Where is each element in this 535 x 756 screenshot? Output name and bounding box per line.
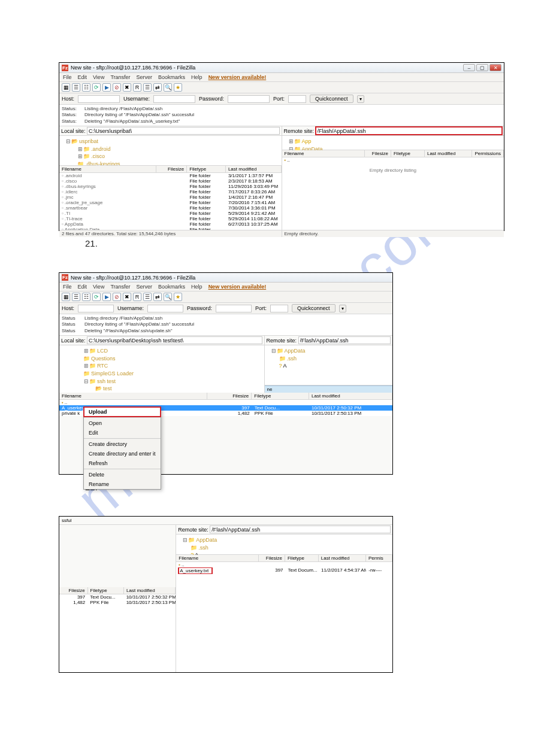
disconnect-icon[interactable]: ✖ (123, 83, 131, 92)
col-permissions[interactable]: Permissions (472, 150, 504, 157)
process-queue-icon[interactable]: ▶ (102, 293, 111, 301)
col-modified[interactable]: Last modified (425, 150, 472, 157)
list-row[interactable]: .dbus-keyringsFile folder11/29/2016 3:03… (59, 184, 282, 189)
compare-icon[interactable]: ⇄ (153, 83, 162, 92)
host-input[interactable] (78, 95, 120, 103)
col-filename[interactable]: Filename (59, 166, 156, 172)
list-row[interactable]: .smartbearFile folder7/30/2014 3:36:01 P… (59, 205, 282, 211)
toggle-log-icon[interactable]: ☰ (72, 293, 80, 301)
port-input[interactable] (270, 305, 288, 312)
parent-dir[interactable]: .. (176, 562, 392, 567)
tree-folder[interactable]: .dbus-keyrings (77, 161, 120, 166)
tree-folder[interactable]: uspribat (71, 138, 98, 144)
ctx-open[interactable]: Open (84, 418, 161, 428)
list-row[interactable]: .ciscoFile folder2/3/2017 8:18:53 AM (59, 178, 282, 184)
col-filetype[interactable]: Filetype (88, 587, 124, 594)
menu-new-version[interactable]: New version available! (208, 284, 267, 290)
remote-path-input[interactable] (210, 526, 391, 533)
col-modified[interactable]: Last modified (319, 555, 366, 561)
col-modified[interactable]: Last modified (309, 393, 392, 399)
col-filesize[interactable]: Filesize (365, 150, 391, 157)
site-manager-icon[interactable]: ▦ (62, 293, 70, 301)
list-row[interactable]: .idlercFile folder7/17/2017 8:33:26 AM (59, 189, 282, 195)
quickconnect-dropdown[interactable]: ▾ (339, 305, 346, 312)
menu-transfer[interactable]: Transfer (110, 284, 130, 290)
ctx-refresh[interactable]: Refresh (84, 459, 161, 468)
close-button[interactable]: ✕ (489, 64, 501, 71)
compare-icon[interactable]: ⇄ (153, 293, 162, 301)
menu-edit[interactable]: Edit (78, 74, 87, 80)
col-filesize[interactable]: Filesize (59, 587, 88, 594)
username-input[interactable] (153, 95, 195, 103)
menu-server[interactable]: Server (137, 74, 153, 80)
tree-folder[interactable]: .cisco (83, 153, 105, 159)
tree-folder[interactable]: test (95, 385, 112, 391)
menu-file[interactable]: File (63, 74, 72, 80)
password-input[interactable] (228, 95, 270, 103)
list-row[interactable]: A_userkey.txt 397 Text Docum... 11/2/201… (176, 567, 392, 574)
col-filetype[interactable]: Filetype (285, 555, 319, 561)
remote-path-input[interactable] (316, 127, 502, 135)
tree-folder[interactable]: AppData (277, 348, 306, 354)
host-input[interactable] (78, 305, 114, 312)
port-input[interactable] (288, 95, 306, 103)
menu-new-version[interactable]: New version available! (208, 74, 267, 80)
list-row[interactable]: .TI-traceFile folder5/29/2014 11:08:22 A… (59, 216, 282, 221)
toggle-log-icon[interactable]: ☰ (72, 83, 80, 92)
filter-icon[interactable]: ☰ (143, 83, 152, 92)
menu-bookmarks[interactable]: Bookmarks (158, 284, 185, 290)
list-row[interactable]: 397 Text Docu... 10/31/2017 2:50:32 PM (59, 594, 176, 600)
menu-help[interactable]: Help (191, 74, 202, 80)
list-row[interactable]: AppDataFile folder6/27/2013 10:37:25 AM (59, 221, 282, 227)
col-filesize[interactable]: Filesize (156, 166, 187, 172)
col-filename[interactable]: Filename (282, 150, 365, 157)
tree-folder[interactable]: .ssh (279, 356, 297, 362)
reconnect-icon[interactable]: R (133, 83, 141, 92)
toggle-tree-icon[interactable]: ☷ (82, 293, 90, 301)
cancel-icon[interactable]: ⊘ (113, 83, 121, 92)
filter-icon[interactable]: ☰ (143, 293, 152, 301)
tree-folder[interactable]: .android (83, 146, 111, 152)
disconnect-icon[interactable]: ✖ (123, 293, 131, 301)
ctx-delete[interactable]: Delete (84, 470, 161, 479)
site-manager-icon[interactable]: ▦ (62, 83, 70, 92)
minimize-button[interactable]: – (463, 64, 475, 71)
username-input[interactable] (147, 305, 183, 312)
refresh-icon[interactable]: ⟳ (92, 83, 101, 92)
tree-folder[interactable]: .ssh (191, 545, 208, 551)
ctx-create-dir[interactable]: Create directory (84, 439, 161, 449)
list-row[interactable]: .oracle_jre_usageFile folder7/20/2016 7:… (59, 200, 282, 205)
process-queue-icon[interactable]: ▶ (102, 83, 111, 92)
col-filetype[interactable]: Filetype (391, 150, 425, 157)
quickconnect-dropdown[interactable]: ▾ (357, 95, 364, 103)
cancel-icon[interactable]: ⊘ (113, 293, 121, 301)
bookmark-icon[interactable]: ★ (174, 83, 182, 92)
ctx-edit[interactable]: Edit (84, 428, 161, 438)
menu-help[interactable]: Help (191, 284, 202, 290)
list-row[interactable]: 1,482 PPK File 10/31/2017 2:50:13 PM (59, 600, 176, 605)
menu-server[interactable]: Server (137, 284, 153, 290)
local-path-input[interactable] (87, 336, 262, 344)
col-filename[interactable]: Filename (176, 555, 259, 561)
search-icon[interactable]: 🔍 (164, 293, 172, 301)
list-row[interactable]: .TIFile folder5/29/2014 9:21:42 AM (59, 211, 282, 216)
tree-folder[interactable]: RTC (89, 363, 108, 369)
ctx-upload[interactable]: Upload (84, 407, 161, 417)
tree-folder[interactable]: Questions (83, 356, 116, 362)
local-path-input[interactable] (87, 127, 279, 135)
ctx-rename[interactable]: Rename (84, 479, 161, 489)
tree-folder[interactable]: SimpleGS Loader (83, 371, 134, 377)
menu-file[interactable]: File (63, 284, 72, 290)
search-icon[interactable]: 🔍 (164, 83, 172, 92)
quickconnect-button[interactable]: Quickconnect (310, 95, 353, 103)
menu-view[interactable]: View (93, 284, 104, 290)
tree-folder[interactable]: App (294, 138, 312, 144)
list-row[interactable]: .jmcFile folder1/4/2017 2:16:47 PM (59, 195, 282, 200)
reconnect-icon[interactable]: R (133, 293, 141, 301)
col-filesize[interactable]: Filesize (259, 555, 285, 561)
tree-folder[interactable]: A (283, 363, 287, 369)
menu-transfer[interactable]: Transfer (110, 74, 130, 80)
menu-bookmarks[interactable]: Bookmarks (158, 74, 185, 80)
col-modified[interactable]: Last modified (124, 587, 176, 594)
tree-folder[interactable]: LCD (89, 348, 108, 354)
